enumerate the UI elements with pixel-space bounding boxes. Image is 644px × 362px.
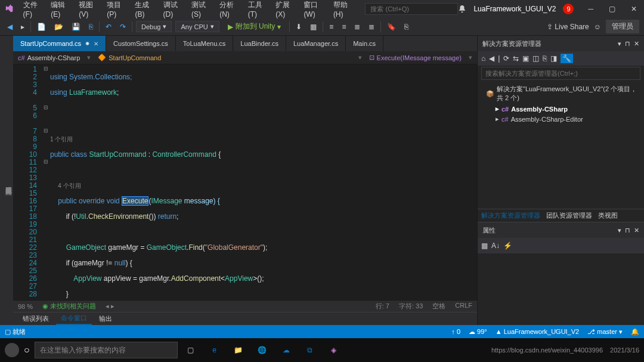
- pin-icon[interactable]: ⁕: [85, 40, 90, 48]
- menu-project[interactable]: 项目(P): [102, 0, 129, 21]
- vscode-icon[interactable]: ⧉: [302, 342, 318, 358]
- panel-pin-icon[interactable]: ⊓: [625, 227, 630, 234]
- save-button[interactable]: 💾: [69, 21, 83, 32]
- home-icon[interactable]: ⌂: [481, 54, 485, 63]
- back-icon[interactable]: ◀: [489, 54, 494, 63]
- panel-dropdown-icon[interactable]: ▾: [618, 227, 621, 234]
- run-button[interactable]: ▶ 附加到 Unity ▾: [223, 20, 286, 33]
- menu-build[interactable]: 生成(B): [130, 0, 157, 21]
- chrome-icon[interactable]: 🌐: [254, 342, 271, 358]
- menu-view[interactable]: 视图(V): [74, 0, 101, 21]
- tb-icon-1[interactable]: ⬇: [293, 21, 304, 32]
- config-dropdown[interactable]: Debug ▾: [136, 21, 172, 32]
- rtab-team[interactable]: 团队资源管理器: [546, 211, 592, 220]
- tab-startup[interactable]: StartUpCommand.cs⁕✕: [13, 36, 106, 51]
- tree-proj2[interactable]: ▸ c# Assembly-CSharp-Editor: [481, 114, 640, 124]
- explorer-icon[interactable]: 📁: [230, 342, 247, 358]
- sb-pending[interactable]: ↑ 0: [451, 328, 460, 335]
- sb-bell-icon[interactable]: 🔔: [631, 328, 639, 336]
- tab-luamanager[interactable]: LuaManager.cs: [286, 36, 346, 51]
- tb-icon-6[interactable]: ≣: [366, 21, 377, 32]
- notification-badge[interactable]: 9: [563, 4, 574, 14]
- undo-button[interactable]: ↶: [103, 21, 114, 32]
- rtab-solution[interactable]: 解决方案资源管理器: [481, 211, 540, 220]
- start-avatar[interactable]: [5, 343, 19, 357]
- sync-icon[interactable]: ⇆: [513, 54, 519, 63]
- code-editor[interactable]: 1234 56 💡7 89101112131415161718192021222…: [13, 64, 477, 300]
- tab-customsettings[interactable]: CustomSettings.cs: [106, 36, 176, 51]
- vs-icon[interactable]: ◈: [326, 342, 342, 358]
- eol-mode[interactable]: CRLF: [455, 302, 472, 311]
- menu-test[interactable]: 测试(S): [187, 0, 213, 21]
- panel-close-icon[interactable]: ✕: [634, 227, 639, 234]
- tab-luabinder[interactable]: LuaBinder.cs: [233, 36, 286, 51]
- server-explorer-tab[interactable]: 服务器资源管理器 工具箱: [0, 36, 13, 325]
- collapse-icon[interactable]: ▣: [522, 54, 529, 63]
- nav-back-button[interactable]: ◀: [5, 21, 15, 32]
- menu-tools[interactable]: 工具(T): [243, 0, 270, 21]
- sb-branch[interactable]: ⎇ master ▾: [587, 328, 623, 336]
- rtab-class[interactable]: 类视图: [598, 211, 618, 220]
- refresh-icon[interactable]: ⟳: [503, 54, 509, 63]
- task-view-icon[interactable]: ▢: [182, 342, 199, 358]
- edge-icon[interactable]: e: [206, 342, 223, 358]
- minimize-button[interactable]: ─: [586, 5, 596, 13]
- tab-main[interactable]: Main.cs: [346, 36, 383, 51]
- tab-cmdwindow[interactable]: 命令窗口: [56, 313, 92, 325]
- sb-repo[interactable]: ▲ LuaFramework_UGUI_V2: [496, 328, 580, 335]
- ref-hint[interactable]: 1 个引用: [50, 136, 73, 143]
- tb-icon-4[interactable]: ≡: [339, 21, 348, 32]
- panel-dropdown-icon[interactable]: ▾: [618, 40, 621, 48]
- code-content[interactable]: using System.Collections; using LuaFrame…: [50, 64, 477, 300]
- issues-indicator[interactable]: ◉ 未找到相关问题: [42, 302, 96, 311]
- menu-debug[interactable]: 调试(D): [159, 0, 186, 21]
- tb-icon-7[interactable]: ⎘: [402, 21, 411, 32]
- bc-method[interactable]: ⊡ Execute(IMessage message): [369, 54, 462, 61]
- menu-ext[interactable]: 扩展(X): [271, 0, 298, 21]
- taskbar-search[interactable]: 在这里输入你要搜索的内容: [35, 342, 178, 358]
- menu-file[interactable]: 文件(F): [18, 0, 45, 21]
- panel-close-icon[interactable]: ✕: [634, 40, 639, 48]
- nav-fwd-button[interactable]: ▸: [18, 21, 27, 32]
- tab-toluamenu[interactable]: ToLuaMenu.cs: [176, 36, 234, 51]
- feedback-icon[interactable]: ☺: [594, 23, 601, 31]
- tb-icon-2[interactable]: ▦: [308, 21, 319, 32]
- panel-pin-icon[interactable]: ⊓: [625, 40, 630, 48]
- menu-edit[interactable]: 编辑(E): [46, 0, 73, 21]
- menu-window[interactable]: 窗口(W): [299, 0, 327, 21]
- preview-icon[interactable]: ◨: [550, 54, 557, 63]
- solution-search-input[interactable]: [481, 67, 640, 80]
- tree-root[interactable]: 📦 解决方案"LuaFramework_UGUI_V2"(2 个项目，共 2 个…: [481, 83, 640, 104]
- fold-column[interactable]: ⊟ ⊟ ⊟⊟: [42, 64, 50, 300]
- events-icon[interactable]: ⚡: [503, 242, 512, 250]
- tab-output[interactable]: 输出: [94, 313, 117, 324]
- close-button[interactable]: ✕: [628, 5, 639, 13]
- tab-errorlist[interactable]: 错误列表: [18, 313, 54, 324]
- redo-button[interactable]: ↷: [117, 21, 128, 32]
- cat-icon[interactable]: ▦: [481, 242, 488, 250]
- tb-bookmark[interactable]: 🔖: [385, 21, 398, 32]
- onedrive-icon[interactable]: ☁: [278, 342, 295, 358]
- tb-icon-5[interactable]: ≣: [352, 21, 363, 32]
- admin-badge[interactable]: 管理员: [606, 20, 639, 33]
- tree-proj1[interactable]: ▸ c# Assembly-CSharp: [481, 104, 640, 114]
- save-all-button[interactable]: ⎘: [86, 21, 95, 32]
- new-project-button[interactable]: 📄: [35, 21, 48, 32]
- bc-class[interactable]: 🔶 StartUpCommand: [98, 54, 161, 61]
- menu-help[interactable]: 帮助(H): [329, 0, 356, 21]
- open-button[interactable]: 📂: [52, 21, 66, 32]
- quick-launch-input[interactable]: [365, 3, 458, 15]
- menu-analyze[interactable]: 分析(N): [215, 0, 242, 21]
- bc-project[interactable]: c# Assembly-CSharp: [18, 54, 80, 61]
- tb-icon-3[interactable]: ≡: [327, 21, 336, 32]
- cortana-icon[interactable]: ○: [24, 345, 30, 355]
- platform-dropdown[interactable]: Any CPU ▾: [175, 21, 219, 32]
- liveshare-button[interactable]: ⇪ Live Share: [547, 23, 589, 31]
- close-icon[interactable]: ✕: [94, 41, 98, 47]
- maximize-button[interactable]: ▢: [606, 5, 618, 13]
- ref-hint[interactable]: 4 个引用: [58, 182, 80, 189]
- zoom-pct[interactable]: 98 %: [18, 303, 33, 310]
- indent-mode[interactable]: 空格: [432, 302, 445, 311]
- wrench-icon[interactable]: 🔧: [561, 54, 573, 63]
- showall-icon[interactable]: ◫: [532, 54, 539, 63]
